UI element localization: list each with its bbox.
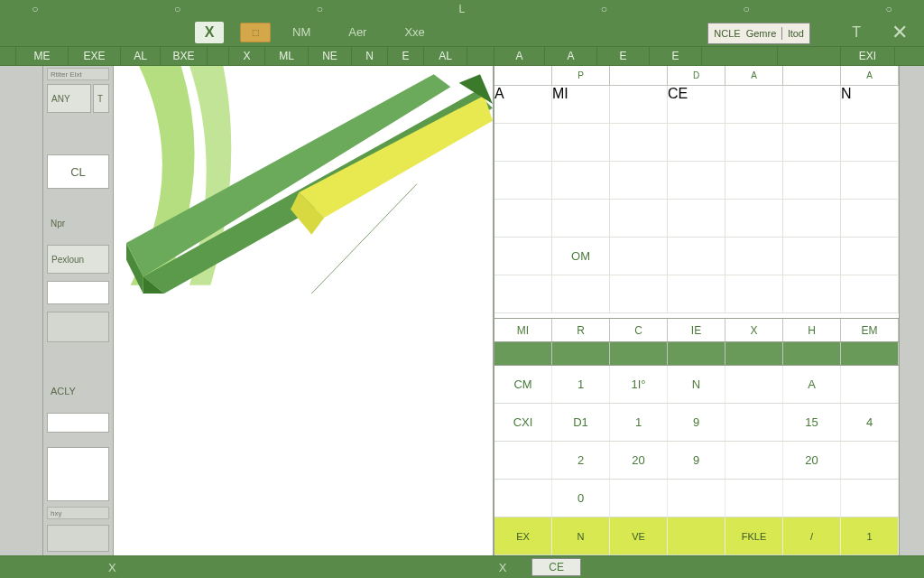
svg-marker-6 [459,75,493,105]
sidebar-box[interactable] [47,447,109,501]
dot: ○ [601,3,607,15]
table-header: MI [494,319,552,341]
column-header[interactable] [208,47,229,66]
mini-grid-cell: N [841,86,899,123]
table-header: EM [841,319,899,341]
svg-line-7 [311,184,417,294]
svg-marker-0 [143,91,493,294]
decorative-x-graphic [114,66,493,294]
mini-grid[interactable]: PDAA AMICEN OM [494,66,899,319]
T-icon[interactable]: T [852,24,861,41]
table-cell [494,442,552,479]
column-header[interactable]: BXE [161,47,208,66]
table-cell: 1 [552,366,610,403]
column-header[interactable] [467,47,494,66]
sidebar-box[interactable] [47,525,109,552]
mini-grid-cell [725,86,783,123]
mini-grid-cell: A [494,86,552,123]
table-cell: CXI [494,404,552,441]
left-sidebar: Rtiter Elxt ANY T CL Npr Pexloun ACLY hx… [43,66,114,555]
ribbon-label[interactable]: NM [276,25,327,39]
sidebar-box[interactable]: T [93,84,109,113]
dot: ○ [744,3,750,15]
column-header[interactable]: ME [16,47,69,66]
table-header: IE [668,319,725,341]
column-header[interactable] [0,47,16,66]
status-cell[interactable]: CE [531,558,581,576]
column-header[interactable]: E [597,47,650,66]
column-header[interactable]: ML [265,47,309,66]
workspace-body: Rtiter Elxt ANY T CL Npr Pexloun ACLY hx… [0,66,924,555]
svg-marker-3 [126,75,450,277]
table-cell [610,480,668,517]
app-x-icon[interactable]: X [195,22,224,43]
table-cell: 9 [668,442,725,479]
column-header[interactable]: EXE [69,47,121,66]
close-icon[interactable]: ✕ [892,21,908,44]
table-cell [841,480,899,517]
right-panel: PDAA AMICEN OM MIRCIEXHEM CM11I°NA CXID1… [494,66,899,555]
sidebar-box[interactable] [47,413,109,433]
table-cell [494,480,552,517]
main-canvas[interactable] [114,66,494,555]
gold-badge-icon[interactable]: ⬚ [240,23,271,42]
column-header[interactable]: E [388,47,424,66]
column-header[interactable] [702,47,778,66]
mini-grid-header: D [668,66,725,85]
sidebar-box[interactable]: Pexloun [47,245,109,274]
ribbon-combo-input[interactable]: NCLE Gemre ltod [707,23,810,44]
data-table[interactable]: MIRCIEXHEM CM11I°NA CXID119154 220920 0 … [494,319,899,555]
column-header[interactable]: AL [121,47,161,66]
column-header[interactable]: NE [309,47,352,66]
column-header[interactable]: EXI [841,47,895,66]
table-cell: CM [494,366,552,403]
right-gutter [899,66,924,555]
sidebar-box[interactable]: ANY [47,84,91,113]
column-header[interactable]: AL [424,47,467,66]
sidebar-box[interactable] [47,281,109,304]
column-headers: MEEXEALBXEXMLNENEALAAEEEXI [0,46,924,67]
table-cell [725,404,783,441]
table-cell [668,480,725,517]
dot: ○ [885,3,892,15]
row-gutter-left [0,66,43,555]
column-header[interactable]: A [545,47,597,66]
column-header[interactable]: A [494,47,545,66]
sidebar-tiny-label: hxy [47,507,109,519]
status-bar: X X CE [0,555,924,578]
combo-part: NCLE [714,28,740,39]
mini-grid-header: A [725,66,783,85]
sidebar-label: ACLY [47,377,109,406]
sidebar-box[interactable] [47,312,109,342]
table-cell [783,480,841,517]
table-cell: 20 [783,442,841,479]
combo-separator [781,27,782,40]
mini-grid-header [494,66,552,85]
mini-grid-cell: CE [668,86,725,123]
title-bar-dots: ○ ○ ○ L ○ ○ ○ [0,0,924,19]
table-cell: 20 [610,442,668,479]
table-cell [841,366,899,403]
column-header[interactable]: X [229,47,265,66]
mini-grid-header: A [841,66,899,85]
om-cell: OM [552,238,610,275]
table-cell: 0 [552,480,610,517]
sidebar-tiny-label: Rtiter Elxt [47,68,109,80]
column-header[interactable]: E [650,47,702,66]
table-cell: 1I° [610,366,668,403]
table-highlight-cell: FKLE [725,517,783,555]
column-header[interactable]: N [352,47,388,66]
table-highlight-cell: N [552,517,610,555]
table-cell: A [783,366,841,403]
table-cell [725,366,783,403]
table-highlight-cell: / [783,517,841,555]
table-cell: 1 [610,404,668,441]
table-cell: 15 [783,404,841,441]
ribbon-label[interactable]: Aer [332,25,383,39]
ribbon-label[interactable]: Xxe [388,25,440,39]
table-header: X [725,319,783,341]
sidebar-cl-button[interactable]: CL [47,154,109,189]
sidebar-label: Npr [47,209,109,238]
table-header: C [610,319,668,341]
column-header[interactable] [778,47,841,66]
